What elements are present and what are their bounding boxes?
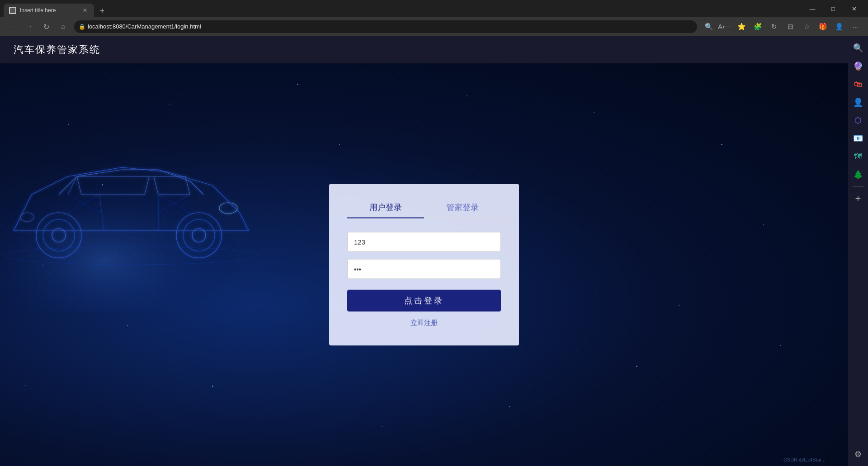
home-button[interactable]: ⌂ [57, 20, 70, 33]
sidebar-divider [853, 186, 863, 187]
watermark: CSDN @Ez4Star... [783, 457, 826, 462]
address-bar: ← → ↻ ⌂ 🔒 🔍 A⟵ ⭐ 🧩 ↻ ⊟ ☆ 🎁 👤 ··· [0, 17, 868, 36]
split-view-icon[interactable]: ⊟ [783, 19, 797, 34]
password-group [347, 259, 501, 279]
address-input[interactable] [74, 20, 697, 33]
refresh-icon[interactable]: ↻ [767, 19, 781, 34]
sidebar-notes-icon[interactable]: 🌲 [850, 166, 866, 183]
tab-bar: Insert title here ✕ + [4, 0, 802, 17]
sidebar-add-icon[interactable]: + [850, 190, 866, 207]
sidebar-social-icon[interactable]: 👤 [850, 94, 866, 110]
browser-sidebar: 🔍 🔮 🛍 👤 ⬡ 📧 🗺 🌲 + ⚙ [848, 36, 868, 466]
sidebar-tools-icon[interactable]: 🗺 [850, 148, 866, 165]
lock-icon: 🔒 [79, 24, 85, 30]
app-title: 汽车保养管家系统 [14, 43, 100, 57]
forward-button[interactable]: → [23, 20, 35, 33]
search-icon[interactable]: 🔍 [702, 19, 716, 34]
login-tabs: 用户登录 管家登录 [347, 198, 501, 219]
address-wrapper: 🔒 [74, 20, 697, 33]
username-input[interactable] [347, 232, 501, 252]
main-content: 用户登录 管家登录 点击登录 立即注册 CSDN @Ez4Star... [0, 63, 848, 466]
back-button[interactable]: ← [5, 20, 18, 33]
browser-chrome: Insert title here ✕ + — □ ✕ [0, 0, 868, 17]
minimize-button[interactable]: — [802, 0, 823, 17]
login-card: 用户登录 管家登录 点击登录 立即注册 [329, 184, 519, 346]
svg-rect-0 [10, 8, 15, 13]
password-input[interactable] [347, 259, 501, 279]
register-link[interactable]: 立即注册 [347, 319, 501, 328]
sidebar-search-icon[interactable]: 🔍 [850, 40, 866, 56]
maximize-button[interactable]: □ [823, 0, 844, 17]
svg-point-1 [0, 163, 240, 312]
tab-user-login[interactable]: 用户登录 [347, 198, 424, 218]
app-header: 汽车保养管家系统 [0, 36, 868, 63]
tab-admin-login[interactable]: 管家登录 [424, 198, 501, 218]
close-button[interactable]: ✕ [844, 0, 864, 17]
sidebar-outlook-icon[interactable]: 📧 [850, 130, 866, 147]
toolbar-icons: 🔍 A⟵ ⭐ 🧩 ↻ ⊟ ☆ 🎁 👤 ··· [702, 19, 863, 34]
read-aloud-icon[interactable]: A⟵ [718, 19, 732, 34]
tab-favicon [9, 7, 16, 14]
reload-button[interactable]: ↻ [40, 20, 52, 33]
sidebar-shopping-icon[interactable]: 🛍 [850, 76, 866, 92]
rewards-icon[interactable]: 🎁 [816, 19, 830, 34]
window-controls: — □ ✕ [802, 0, 864, 17]
active-tab[interactable]: Insert title here ✕ [4, 4, 94, 17]
sidebar-copilot-icon[interactable]: 🔮 [850, 58, 866, 74]
login-button[interactable]: 点击登录 [347, 290, 501, 312]
profile-icon[interactable]: 👤 [832, 19, 846, 34]
car-wireframe [0, 86, 294, 312]
tab-close-button[interactable]: ✕ [81, 7, 89, 14]
new-tab-button[interactable]: + [96, 5, 108, 17]
favorites-star-icon[interactable]: ⭐ [734, 19, 749, 34]
tab-title: Insert title here [20, 7, 78, 14]
sidebar-apps-icon[interactable]: ⬡ [850, 112, 866, 128]
sidebar-settings-icon[interactable]: ⚙ [850, 446, 866, 462]
username-group [347, 232, 501, 252]
more-options-icon[interactable]: ··· [848, 19, 863, 34]
collections-icon[interactable]: ☆ [799, 19, 814, 34]
extensions-icon[interactable]: 🧩 [750, 19, 765, 34]
